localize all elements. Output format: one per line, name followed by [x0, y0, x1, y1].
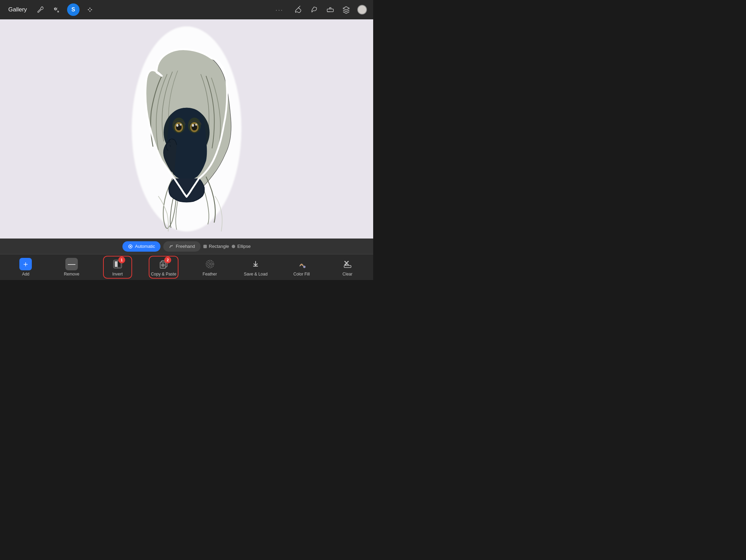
copy-paste-icon-area: 2: [157, 258, 170, 270]
canvas-area[interactable]: [0, 19, 373, 239]
add-button[interactable]: ＋ Add: [12, 256, 39, 278]
copy-paste-button[interactable]: 2 Copy & Paste: [149, 256, 177, 278]
color-fill-icon: [296, 259, 307, 270]
top-toolbar: Gallery S ···: [0, 0, 373, 19]
selection-button[interactable]: S: [67, 3, 80, 16]
svg-point-22: [208, 262, 212, 267]
clear-icon: [342, 259, 353, 270]
remove-button[interactable]: — Remove: [58, 256, 85, 278]
save-load-button[interactable]: Save & Load: [242, 256, 269, 278]
invert-button[interactable]: 1 Invert: [104, 256, 131, 278]
right-toolbar: [293, 4, 368, 15]
wrench-button[interactable]: [34, 3, 46, 16]
bottom-panel: Automatic Freehand Rectangle Ellipse ＋ A…: [0, 239, 373, 280]
plus-icon: ＋: [19, 258, 32, 270]
clear-label: Clear: [342, 272, 352, 277]
eraser-button[interactable]: [325, 4, 336, 15]
add-icon-area: ＋: [19, 258, 32, 270]
smudge-button[interactable]: [309, 4, 320, 15]
minus-icon: —: [65, 258, 78, 270]
svg-point-14: [130, 246, 131, 247]
save-load-icon: [250, 259, 261, 270]
magic-button[interactable]: [50, 3, 63, 16]
gallery-button[interactable]: Gallery: [6, 5, 30, 15]
svg-rect-25: [344, 265, 351, 268]
svg-point-20: [162, 264, 164, 266]
invert-label: Invert: [112, 272, 123, 277]
canvas-illustration: [0, 19, 373, 239]
transform-button[interactable]: [84, 3, 96, 16]
feather-icon: [204, 259, 215, 270]
svg-point-6: [176, 124, 178, 127]
badge-1: 1: [118, 256, 125, 263]
feather-button[interactable]: Feather: [196, 256, 224, 278]
svg-point-10: [192, 124, 194, 127]
save-load-icon-area: [249, 258, 262, 270]
automatic-btn[interactable]: Automatic: [122, 241, 160, 252]
save-load-label: Save & Load: [244, 272, 268, 277]
copy-paste-label: Copy & Paste: [151, 272, 176, 277]
add-label: Add: [22, 272, 29, 277]
remove-icon-area: —: [65, 258, 78, 270]
brush-button[interactable]: [293, 4, 304, 15]
color-fill-label: Color Fill: [293, 272, 310, 277]
more-options[interactable]: ···: [275, 6, 283, 14]
layers-button[interactable]: [341, 4, 352, 15]
feather-icon-area: [204, 258, 216, 270]
svg-point-11: [179, 124, 182, 126]
svg-point-12: [195, 124, 197, 126]
feather-label: Feather: [203, 272, 217, 277]
svg-point-23: [209, 263, 211, 265]
svg-rect-0: [327, 9, 333, 12]
freehand-btn[interactable]: Freehand: [163, 241, 201, 252]
remove-label: Remove: [64, 272, 80, 277]
selection-icon: S: [72, 7, 75, 13]
clear-button[interactable]: Clear: [334, 256, 361, 278]
selection-strip: Automatic Freehand Rectangle Ellipse: [0, 239, 373, 254]
svg-point-24: [303, 266, 305, 268]
rectangle-option[interactable]: Rectangle: [203, 244, 229, 249]
color-fill-icon-area: [295, 258, 308, 270]
clear-icon-area: [341, 258, 354, 270]
badge-2: 2: [164, 256, 171, 263]
bottom-actions: ＋ Add — Remove 1 Invert: [0, 254, 373, 280]
color-fill-button[interactable]: Color Fill: [288, 256, 315, 278]
ellipse-option[interactable]: Ellipse: [232, 244, 250, 249]
color-button[interactable]: [357, 4, 368, 15]
invert-icon-area: 1: [111, 258, 124, 270]
